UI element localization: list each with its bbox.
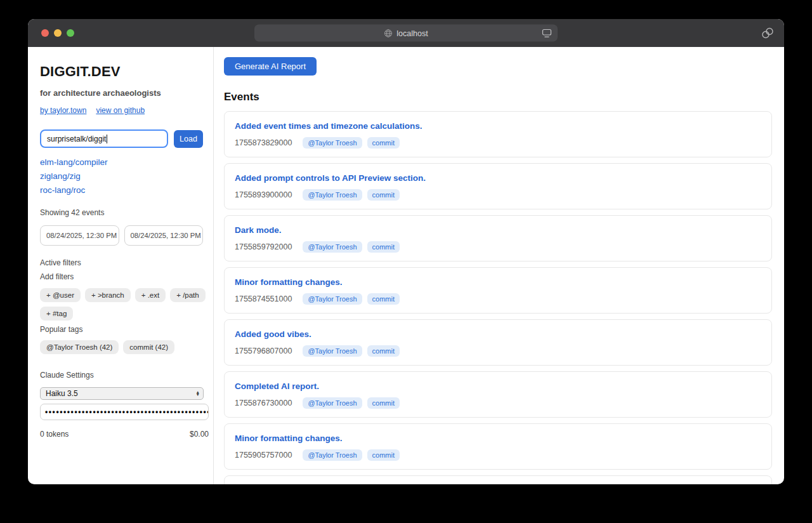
event-tag-commit[interactable]: commit xyxy=(367,449,400,461)
popular-tags: @Taylor Troesh (42) commit (42) xyxy=(40,340,206,354)
traffic-lights xyxy=(28,29,74,37)
event-card: Minor formatting changes. 1755905757000 … xyxy=(224,423,772,470)
app-title: DIGGIT.DEV xyxy=(40,63,203,80)
add-ext-filter-button[interactable]: + .ext xyxy=(135,288,166,302)
date-range: 08/24/2025, 12:30 PM 08/24/2025, 12:30 P… xyxy=(40,225,203,246)
load-button[interactable]: Load xyxy=(174,130,203,148)
app-subtitle: for architecture archaeologists xyxy=(40,88,203,98)
event-timestamp: 1755874551000 xyxy=(235,295,292,303)
event-timestamp: 1755905757000 xyxy=(235,451,292,460)
repo-input-value: surprisetalk/diggit xyxy=(47,135,106,143)
repo-link-roc[interactable]: roc-lang/roc xyxy=(40,185,203,195)
model-select[interactable]: Haiku 3.5 ▲▼ xyxy=(40,387,204,400)
claude-settings-label: Claude Settings xyxy=(40,371,203,380)
popular-tags-label: Popular tags xyxy=(40,325,203,334)
event-tag-commit[interactable]: commit xyxy=(367,137,400,149)
event-title-link[interactable]: Minor formatting changes. xyxy=(235,434,343,443)
select-stepper-icon: ▲▼ xyxy=(196,391,200,397)
event-meta: 1755905757000 @Taylor Troesh commit xyxy=(235,449,761,461)
event-title-link[interactable]: Minor formatting changes. xyxy=(235,277,343,287)
api-key-input[interactable]: ••••••••••••••••••••••••••••••••••••••••… xyxy=(40,404,209,420)
events-heading: Events xyxy=(224,91,772,103)
address-url: localhost xyxy=(396,29,428,37)
tokens-count: 0 tokens xyxy=(40,430,69,439)
event-tag-commit[interactable]: commit xyxy=(367,189,400,201)
event-card: Added good vibes. 1755796807000 @Taylor … xyxy=(224,319,772,366)
repo-link-zig[interactable]: ziglang/zig xyxy=(40,171,203,181)
event-tag-user[interactable]: @Taylor Troesh xyxy=(303,397,362,409)
popular-tag-user[interactable]: @Taylor Troesh (42) xyxy=(40,340,119,354)
event-list: Added event times and timezone calculati… xyxy=(224,111,772,484)
add-user-filter-button[interactable]: + @user xyxy=(40,288,81,302)
event-meta: 1755873829000 @Taylor Troesh commit xyxy=(235,137,761,149)
browser-window: localhost DIGGIT.DEV for architecture ar… xyxy=(28,19,784,484)
minimize-window-button[interactable] xyxy=(54,29,62,37)
events-count-text: Showing 42 events xyxy=(40,208,203,217)
event-tag-commit[interactable]: commit xyxy=(367,345,400,357)
event-timestamp: 1755876730000 xyxy=(235,399,292,407)
event-card: Project scaffolding. 1755793769000 @Tayl… xyxy=(224,475,772,484)
event-tag-user[interactable]: @Taylor Troesh xyxy=(303,189,362,201)
event-title-link[interactable]: Added prompt controls to API Preview sec… xyxy=(235,173,426,183)
event-meta: 1755874551000 @Taylor Troesh commit xyxy=(235,293,761,305)
popular-tag-commit[interactable]: commit (42) xyxy=(123,340,174,354)
github-link[interactable]: view on github xyxy=(96,106,145,115)
event-timestamp: 1755796807000 xyxy=(235,347,292,355)
event-tag-user[interactable]: @Taylor Troesh xyxy=(303,293,362,305)
event-timestamp: 1755873829000 xyxy=(235,138,292,147)
author-link[interactable]: by taylor.town xyxy=(40,106,86,115)
author-links: by taylor.town view on github xyxy=(40,106,203,115)
event-meta: 1755859792000 @Taylor Troesh commit xyxy=(235,241,761,253)
event-tag-commit[interactable]: commit xyxy=(367,241,400,253)
event-timestamp: 1755893900000 xyxy=(235,190,292,199)
event-title-link[interactable]: Completed AI report. xyxy=(235,381,319,391)
active-filters-label: Active filters xyxy=(40,258,203,267)
repo-row: surprisetalk/diggit Load xyxy=(40,129,203,148)
repo-links: elm-lang/compiler ziglang/zig roc-lang/r… xyxy=(40,157,203,195)
generate-ai-report-button[interactable]: Generate AI Report xyxy=(224,57,317,76)
usage-row: 0 tokens $0.00 xyxy=(40,430,209,439)
date-from-input[interactable]: 08/24/2025, 12:30 PM xyxy=(40,225,119,246)
event-card: Added prompt controls to API Preview sec… xyxy=(224,163,772,209)
event-tag-user[interactable]: @Taylor Troesh xyxy=(303,137,362,149)
event-tag-user[interactable]: @Taylor Troesh xyxy=(303,345,362,357)
event-card: Completed AI report. 1755876730000 @Tayl… xyxy=(224,371,772,418)
cost-amount: $0.00 xyxy=(190,430,209,439)
add-filters-label: Add filters xyxy=(40,272,203,281)
page-content: DIGGIT.DEV for architecture archaeologis… xyxy=(28,47,784,484)
event-tag-commit[interactable]: commit xyxy=(367,293,400,305)
event-title-link[interactable]: Added good vibes. xyxy=(235,329,311,339)
main-panel: Generate AI Report Events Added event ti… xyxy=(214,47,784,484)
event-tag-user[interactable]: @Taylor Troesh xyxy=(303,241,362,253)
event-tag-commit[interactable]: commit xyxy=(367,397,400,409)
event-card: Minor formatting changes. 1755874551000 … xyxy=(224,267,772,314)
event-timestamp: 1755859792000 xyxy=(235,242,292,251)
date-to-input[interactable]: 08/24/2025, 12:30 PM xyxy=(124,225,204,246)
link-icon[interactable] xyxy=(761,26,775,40)
reader-view-icon[interactable] xyxy=(542,29,552,38)
event-card: Added event times and timezone calculati… xyxy=(224,111,772,157)
browser-titlebar: localhost xyxy=(28,19,784,47)
model-select-value: Haiku 3.5 xyxy=(46,389,78,398)
zoom-window-button[interactable] xyxy=(67,29,74,37)
add-path-filter-button[interactable]: + /path xyxy=(170,288,206,302)
text-caret xyxy=(107,135,107,143)
event-meta: 1755796807000 @Taylor Troesh commit xyxy=(235,345,761,357)
event-title-link[interactable]: Added event times and timezone calculati… xyxy=(235,121,422,131)
event-tag-user[interactable]: @Taylor Troesh xyxy=(303,449,362,461)
event-title-link[interactable]: Dark mode. xyxy=(235,225,282,235)
event-meta: 1755893900000 @Taylor Troesh commit xyxy=(235,189,761,201)
filter-buttons: + @user + >branch + .ext + /path + #tag xyxy=(40,288,206,321)
globe-icon xyxy=(384,29,393,37)
address-bar[interactable]: localhost xyxy=(254,25,558,42)
repo-link-elm[interactable]: elm-lang/compiler xyxy=(40,157,203,167)
add-tag-filter-button[interactable]: + #tag xyxy=(40,307,73,321)
add-branch-filter-button[interactable]: + >branch xyxy=(85,288,131,302)
sidebar: DIGGIT.DEV for architecture archaeologis… xyxy=(28,47,214,484)
close-window-button[interactable] xyxy=(41,29,49,37)
event-meta: 1755876730000 @Taylor Troesh commit xyxy=(235,397,761,409)
event-card: Dark mode. 1755859792000 @Taylor Troesh … xyxy=(224,215,772,262)
repo-input[interactable]: surprisetalk/diggit xyxy=(40,129,168,148)
